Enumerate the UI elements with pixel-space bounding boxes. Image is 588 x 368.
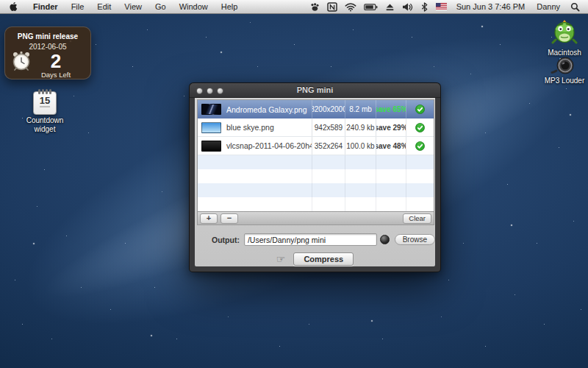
icon-label: widget (35, 125, 56, 133)
menu-edit[interactable]: Edit (90, 0, 118, 13)
icon-label: MP3 Louder (545, 77, 584, 85)
menu-clock[interactable]: Sun Jun 3 7:46 PM (451, 0, 531, 13)
add-file-button[interactable]: + (200, 213, 218, 224)
check-circle-icon (415, 141, 425, 151)
paw-menu-extra-icon[interactable] (306, 0, 323, 13)
file-name: Andromeda Galaxy.png (226, 105, 307, 114)
compress-button[interactable]: Compress (293, 252, 354, 266)
file-size: 8.2 mb (345, 100, 376, 118)
bluetooth-icon[interactable] (417, 0, 432, 13)
menu-label: Help (221, 2, 238, 11)
menu-label: Window (179, 2, 208, 11)
empty-table-row (198, 169, 434, 183)
menu-label: File (71, 2, 85, 11)
calendar-icon: 15 (33, 91, 57, 115)
menu-file[interactable]: File (65, 0, 91, 13)
check-circle-icon (415, 123, 425, 132)
menu-view[interactable]: View (118, 0, 148, 13)
menu-label: Finder (33, 2, 58, 11)
widget-title: PNG mini release (5, 32, 90, 40)
calendar-day: 15 (34, 96, 56, 105)
speaker-icon (541, 56, 588, 75)
clear-button[interactable]: Clear (403, 213, 431, 224)
letter-n-menu-extra-icon[interactable] (323, 0, 341, 13)
empty-table-row (198, 197, 434, 211)
battery-icon[interactable] (360, 0, 381, 13)
table-row[interactable]: Andromeda Galaxy.png 3200x2000 8.2 mb sa… (198, 100, 434, 118)
empty-table-row (198, 155, 434, 169)
menu-label: Edit (97, 2, 111, 11)
compress-row: ☞ Compress (195, 252, 435, 266)
output-path-input[interactable] (244, 233, 377, 246)
file-name: blue skye.png (226, 123, 274, 132)
file-thumbnail (201, 104, 221, 115)
menu-label: Go (155, 2, 166, 11)
file-save-percent: save 65% (376, 100, 406, 118)
file-thumbnail (201, 141, 221, 152)
window-titlebar[interactable]: PNG mini (190, 83, 440, 98)
reveal-sphere-icon[interactable] (380, 235, 390, 244)
spotlight-icon[interactable] (566, 0, 588, 13)
menu-finder[interactable]: Finder (26, 0, 65, 13)
pointing-hand-icon: ☞ (276, 254, 286, 264)
table-footer-bar: + − Clear (198, 211, 434, 224)
output-label: Output: (212, 236, 240, 244)
clock-label: Sun Jun 3 7:46 PM (456, 2, 526, 11)
us-flag-input-icon[interactable] (432, 0, 451, 13)
empty-table-row (198, 183, 434, 197)
png-mini-window: PNG mini Andromeda Galaxy.png 3200x2000 … (189, 82, 441, 272)
desktop-icon-countdown-widget[interactable]: 15 Countdown widget (16, 91, 74, 134)
file-table: Andromeda Galaxy.png 3200x2000 8.2 mb sa… (197, 99, 434, 225)
window-title: PNG mini (190, 85, 440, 94)
file-thumbnail (201, 122, 221, 133)
file-save-percent: save 48% (376, 137, 406, 155)
widget-date: 2012-06-05 (5, 43, 90, 51)
file-size: 100.0 kb (345, 137, 376, 155)
user-label: Danny (537, 2, 560, 11)
file-dimensions: 942x589 (312, 118, 345, 136)
file-status (406, 118, 434, 136)
file-dimensions: 352x264 (312, 137, 345, 155)
window-content: Andromeda Galaxy.png 3200x2000 8.2 mb sa… (195, 98, 435, 266)
check-circle-icon (415, 105, 425, 114)
remove-file-button[interactable]: − (220, 213, 238, 224)
wifi-icon[interactable] (341, 0, 360, 13)
table-row[interactable]: blue skye.png 942x589 240.9 kb save 29% (198, 118, 434, 137)
menu-label: View (124, 2, 142, 11)
file-status (406, 100, 434, 118)
browse-button[interactable]: Browse (395, 234, 435, 245)
icon-label: Countdown (26, 116, 64, 124)
output-row: Output: Browse (195, 233, 435, 246)
green-character-icon (541, 18, 588, 47)
menu-help[interactable]: Help (215, 0, 245, 13)
apple-menu[interactable] (0, 0, 26, 13)
volume-icon[interactable] (398, 0, 417, 13)
file-name: vlcsnap-2011-04-06-20h40m36s165.png (226, 141, 312, 150)
desktop-icon-mp3-louder[interactable]: MP3 Louder (541, 56, 588, 85)
file-dimensions: 3200x2000 (312, 100, 345, 118)
alarm-clock-icon (11, 51, 32, 73)
menu-bar: Finder File Edit View Go Window Help (0, 0, 588, 14)
file-save-percent: save 29% (376, 118, 406, 136)
countdown-widget[interactable]: PNG mini release 2012-06-05 2 Days Left (4, 26, 91, 79)
file-size: 240.9 kb (345, 118, 376, 136)
apple-logo-icon (9, 1, 18, 12)
table-row[interactable]: vlcsnap-2011-04-06-20h40m36s165.png 352x… (198, 137, 434, 155)
menu-go[interactable]: Go (148, 0, 173, 13)
menu-window[interactable]: Window (173, 0, 215, 13)
eject-icon[interactable] (381, 0, 398, 13)
user-menu[interactable]: Danny (531, 0, 566, 13)
file-status (406, 137, 434, 155)
